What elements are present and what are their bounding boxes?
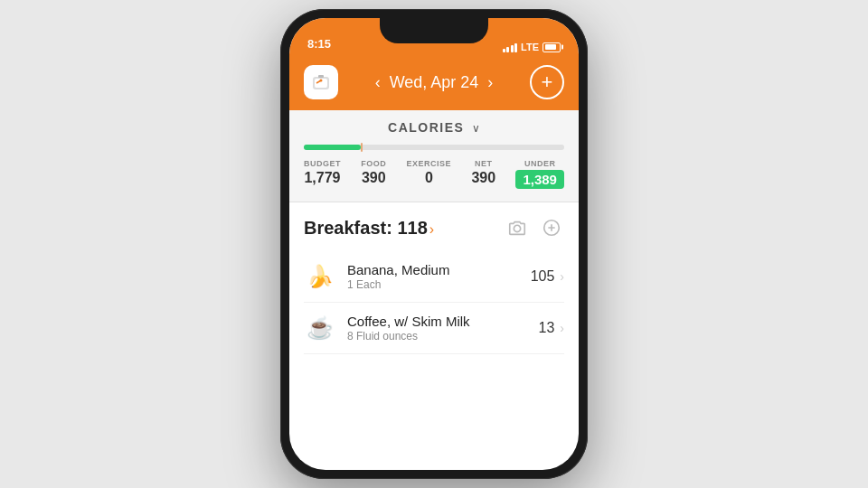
banana-icon: 🍌 xyxy=(304,260,336,293)
banana-calories: 105 xyxy=(531,268,555,285)
coffee-calories: 13 xyxy=(539,320,555,336)
lte-label: LTE xyxy=(521,42,539,52)
coffee-calories-group: 13 › xyxy=(539,320,564,336)
camera-button[interactable] xyxy=(505,215,530,240)
coffee-icon: ☕ xyxy=(304,312,336,344)
add-circle-icon xyxy=(542,218,561,238)
content-area: Breakfast: 118› xyxy=(289,202,579,367)
banana-info: Banana, Medium 1 Each xyxy=(347,262,520,291)
food-item-coffee[interactable]: ☕ Coffee, w/ Skim Milk 8 Fluid ounces 13… xyxy=(304,303,564,354)
coffee-chevron-icon: › xyxy=(560,321,564,335)
svg-point-5 xyxy=(514,225,520,231)
status-time: 8:15 xyxy=(307,37,331,52)
svg-rect-4 xyxy=(318,75,324,78)
under-value: 1,389 xyxy=(515,170,564,189)
camera-icon xyxy=(507,218,527,238)
add-button[interactable]: + xyxy=(530,65,564,99)
banana-name: Banana, Medium xyxy=(347,262,520,277)
breakfast-title: Breakfast: 118 xyxy=(304,218,428,238)
scale-button[interactable] xyxy=(304,65,338,99)
exercise-label: EXERCISE xyxy=(407,159,452,168)
under-label: UNDER xyxy=(524,159,556,168)
calories-label: CALORIES xyxy=(388,120,464,135)
progress-fill xyxy=(304,145,361,150)
nav-date-group: ‹ Wed, Apr 24 › xyxy=(375,73,494,92)
net-value: 390 xyxy=(471,170,495,186)
status-icons: LTE xyxy=(503,42,561,52)
calories-header[interactable]: CALORIES ∨ xyxy=(304,119,564,136)
net-stat: NET 390 xyxy=(471,159,495,186)
signal-icon xyxy=(503,42,518,52)
budget-value: 1,779 xyxy=(304,170,340,186)
budget-label: BUDGET xyxy=(304,159,341,168)
exercise-value: 0 xyxy=(425,170,433,186)
exercise-stat: EXERCISE 0 xyxy=(407,159,452,186)
food-item-banana[interactable]: 🍌 Banana, Medium 1 Each 105 › xyxy=(304,251,564,303)
coffee-serving: 8 Fluid ounces xyxy=(347,330,528,343)
under-stat: UNDER 1,389 xyxy=(515,159,564,189)
calories-chevron-icon: ∨ xyxy=(472,122,480,135)
food-stat: FOOD 390 xyxy=(361,159,386,186)
add-food-button[interactable] xyxy=(539,215,564,240)
phone-screen: 8:15 LTE xyxy=(289,18,579,470)
banana-calories-group: 105 › xyxy=(531,268,564,285)
net-label: NET xyxy=(475,159,493,168)
phone-frame: 8:15 LTE xyxy=(280,9,588,479)
food-label: FOOD xyxy=(361,159,386,168)
breakfast-expand-icon: › xyxy=(429,221,434,237)
progress-marker xyxy=(361,143,363,152)
coffee-name: Coffee, w/ Skim Milk xyxy=(347,314,528,329)
calories-section: CALORIES ∨ BUDGET 1,779 FOOD 390 EX xyxy=(289,110,579,202)
banana-chevron-icon: › xyxy=(560,269,564,284)
breakfast-title-group[interactable]: Breakfast: 118› xyxy=(304,218,434,239)
current-date: Wed, Apr 24 xyxy=(390,73,479,92)
calories-stats-row: BUDGET 1,779 FOOD 390 EXERCISE 0 NET 390… xyxy=(304,159,564,189)
scale-icon xyxy=(310,71,332,93)
breakfast-action-icons xyxy=(505,215,564,240)
svg-point-3 xyxy=(320,80,323,82)
calories-progress-bar xyxy=(304,145,564,150)
next-day-button[interactable]: › xyxy=(487,73,493,92)
notch xyxy=(380,18,488,43)
coffee-info: Coffee, w/ Skim Milk 8 Fluid ounces xyxy=(347,314,528,343)
budget-stat: BUDGET 1,779 xyxy=(304,159,341,186)
prev-day-button[interactable]: ‹ xyxy=(375,73,381,92)
breakfast-header: Breakfast: 118› xyxy=(304,215,564,240)
banana-serving: 1 Each xyxy=(347,278,520,291)
battery-icon xyxy=(542,42,561,52)
food-value: 390 xyxy=(362,170,386,186)
nav-bar: ‹ Wed, Apr 24 › + xyxy=(289,58,579,110)
